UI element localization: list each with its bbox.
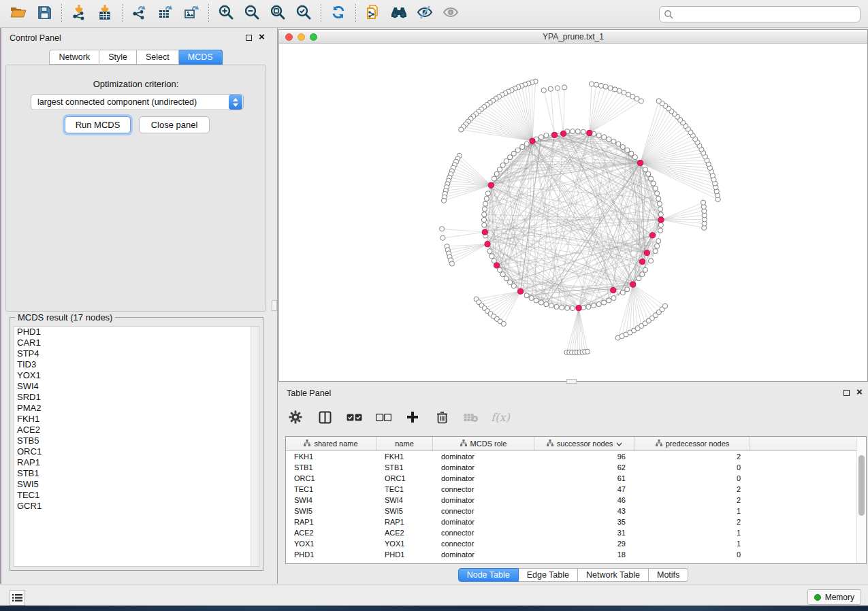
network-mcds-hub-node[interactable] bbox=[630, 282, 636, 287]
network-leaf-node[interactable] bbox=[613, 87, 617, 92]
network-node[interactable] bbox=[504, 276, 509, 281]
open-file-button[interactable] bbox=[5, 2, 31, 25]
result-list-item[interactable]: STB5 bbox=[14, 435, 259, 446]
zoom-in-button[interactable] bbox=[213, 2, 239, 25]
first-neighbors-button[interactable] bbox=[386, 2, 412, 25]
show-panels-list-button[interactable] bbox=[10, 590, 25, 606]
result-list-item[interactable]: STP4 bbox=[14, 348, 259, 359]
table-row[interactable]: PHD1PHD1dominator180 bbox=[286, 549, 857, 560]
result-list-item[interactable]: PMA2 bbox=[14, 403, 259, 414]
network-leaf-node[interactable] bbox=[603, 84, 608, 89]
table-row[interactable]: ORC1ORC1dominator610 bbox=[286, 473, 857, 484]
network-node[interactable] bbox=[508, 280, 513, 284]
tab-motifs[interactable]: Motifs bbox=[649, 568, 688, 582]
network-mcds-hub-node[interactable] bbox=[530, 138, 535, 144]
network-node[interactable] bbox=[487, 249, 492, 254]
close-panel-icon[interactable]: × bbox=[259, 31, 265, 43]
network-leaf-node[interactable] bbox=[562, 85, 567, 90]
network-mcds-hub-node[interactable] bbox=[644, 250, 649, 256]
network-node[interactable] bbox=[658, 228, 663, 233]
network-node[interactable] bbox=[534, 298, 539, 303]
network-node[interactable] bbox=[616, 142, 621, 146]
network-leaf-node[interactable] bbox=[555, 86, 560, 90]
network-mcds-hub-node[interactable] bbox=[576, 306, 581, 311]
tab-network[interactable]: Network bbox=[49, 50, 99, 65]
network-mcds-hub-node[interactable] bbox=[488, 182, 494, 188]
create-column-button[interactable] bbox=[404, 408, 421, 426]
tab-network-table[interactable]: Network Table bbox=[578, 568, 649, 582]
show-column-panel-button[interactable] bbox=[316, 408, 334, 426]
network-leaf-node[interactable] bbox=[594, 82, 598, 87]
table-scrollbar-thumb[interactable] bbox=[858, 455, 865, 516]
network-leaf-node[interactable] bbox=[585, 349, 590, 354]
hide-selected-button[interactable] bbox=[412, 2, 438, 25]
result-list-item[interactable]: SWI5 bbox=[14, 479, 259, 490]
network-node[interactable] bbox=[544, 133, 549, 137]
network-leaf-node[interactable] bbox=[541, 88, 546, 93]
network-node[interactable] bbox=[629, 151, 634, 156]
mcds-result-list[interactable]: PHD1CAR1STP4TID3YOX1SWI4SRD1PMA2FKH1ACE2… bbox=[14, 326, 259, 567]
network-node[interactable] bbox=[586, 304, 591, 309]
network-node[interactable] bbox=[570, 129, 575, 133]
search-input[interactable] bbox=[659, 6, 861, 22]
network-node[interactable] bbox=[620, 290, 625, 295]
network-node[interactable] bbox=[643, 267, 647, 272]
column-header-predecessor-nodes[interactable]: predecessor nodes bbox=[635, 437, 750, 450]
network-node[interactable] bbox=[653, 249, 658, 254]
network-node[interactable] bbox=[658, 212, 663, 217]
apply-layout-button[interactable] bbox=[325, 2, 351, 25]
network-node[interactable] bbox=[515, 148, 520, 152]
result-list-item[interactable]: SRD1 bbox=[14, 392, 259, 403]
network-node[interactable] bbox=[529, 296, 534, 301]
network-node[interactable] bbox=[656, 239, 661, 244]
network-node[interactable] bbox=[655, 244, 660, 248]
delete-column-button[interactable] bbox=[433, 408, 451, 426]
network-mcds-hub-node[interactable] bbox=[561, 131, 566, 136]
network-node[interactable] bbox=[611, 139, 616, 144]
network-node[interactable] bbox=[492, 176, 496, 181]
network-node[interactable] bbox=[482, 207, 487, 212]
network-node[interactable] bbox=[524, 142, 529, 146]
network-node[interactable] bbox=[658, 207, 663, 212]
network-node[interactable] bbox=[497, 267, 502, 272]
network-leaf-node[interactable] bbox=[440, 235, 445, 240]
network-node[interactable] bbox=[607, 137, 611, 142]
network-node[interactable] bbox=[570, 306, 575, 310]
network-node[interactable] bbox=[611, 296, 616, 301]
show-all-button[interactable] bbox=[438, 2, 464, 25]
network-node[interactable] bbox=[539, 300, 543, 305]
network-node[interactable] bbox=[511, 151, 516, 156]
tab-style[interactable]: Style bbox=[99, 50, 137, 65]
float-panel-icon[interactable] bbox=[843, 390, 850, 396]
network-mcds-hub-node[interactable] bbox=[551, 132, 557, 137]
network-node[interactable] bbox=[651, 181, 656, 186]
result-list-item[interactable]: YOX1 bbox=[14, 370, 259, 381]
vertical-split-divider[interactable] bbox=[270, 28, 278, 584]
float-panel-icon[interactable] bbox=[246, 35, 252, 41]
network-mcds-hub-node[interactable] bbox=[658, 217, 664, 222]
network-node[interactable] bbox=[549, 303, 553, 308]
memory-button[interactable]: Memory bbox=[807, 589, 861, 605]
tab-mcds[interactable]: MCDS bbox=[179, 50, 223, 65]
result-list-item[interactable]: PHD1 bbox=[14, 327, 259, 337]
network-node[interactable] bbox=[607, 298, 611, 303]
save-session-button[interactable] bbox=[31, 2, 57, 25]
network-leaf-node[interactable] bbox=[608, 86, 613, 90]
result-list-item[interactable]: TID3 bbox=[14, 359, 259, 370]
network-node[interactable] bbox=[489, 254, 494, 259]
close-panel-icon[interactable]: × bbox=[856, 386, 863, 398]
network-node[interactable] bbox=[643, 167, 647, 172]
select-all-rows-button[interactable] bbox=[345, 408, 363, 426]
column-header-shared-name[interactable]: shared name bbox=[286, 437, 376, 450]
table-row[interactable]: SWI5SWI5connector431 bbox=[286, 506, 857, 516]
network-node[interactable] bbox=[565, 306, 570, 310]
network-node[interactable] bbox=[656, 196, 661, 201]
network-leaf-node[interactable] bbox=[441, 198, 446, 203]
network-node[interactable] bbox=[602, 135, 607, 139]
network-leaf-node[interactable] bbox=[548, 86, 553, 91]
table-row[interactable]: ACE2ACE2connector311 bbox=[286, 527, 857, 538]
divider-handle[interactable] bbox=[272, 300, 277, 311]
result-list-item[interactable]: GCR1 bbox=[14, 501, 259, 512]
network-mcds-hub-node[interactable] bbox=[611, 288, 616, 293]
network-mcds-hub-node[interactable] bbox=[494, 263, 500, 268]
